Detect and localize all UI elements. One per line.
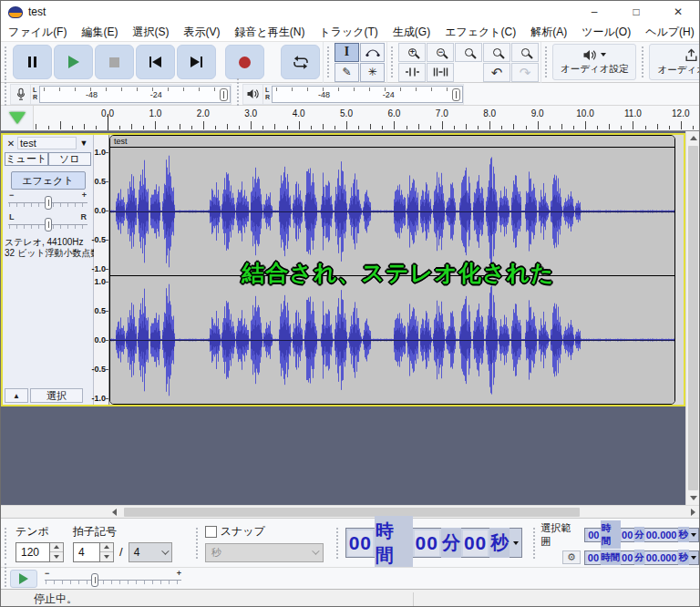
record-meter[interactable]: LR -48 -24 <box>10 84 232 105</box>
time-segment[interactable]: 00 <box>348 530 373 556</box>
gain-slider-thumb[interactable] <box>45 196 52 210</box>
edit-toolbar-grip[interactable] <box>389 45 395 79</box>
minimize-button[interactable]: – <box>573 1 615 23</box>
effects-button[interactable]: エフェクト <box>11 171 86 190</box>
pan-slider[interactable]: LR <box>8 213 88 233</box>
timeline[interactable]: 0.01.02.03.04.05.06.07.08.09.010.011.012… <box>1 106 699 131</box>
loop-region-panel[interactable] <box>1 106 34 130</box>
track-area[interactable]: ✕ test ▼ ミュート ソロ エフェクト −+ LR <box>1 131 699 505</box>
menu-tools[interactable]: ツール(O) <box>574 23 638 42</box>
selection-tool-button[interactable]: I <box>335 43 359 62</box>
menu-edit[interactable]: 編集(E) <box>74 23 125 42</box>
time-segment[interactable]: 00 <box>587 551 599 564</box>
selection-end-display[interactable]: 00時間00分00.000秒 <box>584 550 699 565</box>
skip-to-end-button[interactable] <box>177 45 216 79</box>
waveform-area[interactable]: test 結合され、ステレオ化された <box>109 135 684 405</box>
track-name[interactable]: test <box>17 137 77 149</box>
time-segment[interactable]: 分 <box>634 527 645 542</box>
fit-project-button[interactable] <box>483 43 510 62</box>
time-signature-upper-input[interactable]: 4 <box>73 542 100 562</box>
share-audio-toolbar-grip[interactable] <box>640 45 645 79</box>
pause-button[interactable] <box>13 45 52 79</box>
record-meter-button[interactable] <box>11 85 31 104</box>
collapse-track-button[interactable]: ▲ <box>5 388 28 403</box>
menu-analyze[interactable]: 解析(A) <box>523 23 574 42</box>
horizontal-scrollbar-thumb[interactable] <box>124 508 580 517</box>
menu-view[interactable]: 表示(V) <box>176 23 227 42</box>
trim-outside-selection-button[interactable] <box>398 63 426 82</box>
time-signature-grip[interactable] <box>3 526 8 561</box>
play-at-speed-button[interactable] <box>10 570 37 588</box>
record-gain-slider-thumb[interactable] <box>220 88 228 101</box>
play-meter-button[interactable] <box>243 85 263 104</box>
scroll-left-button[interactable] <box>108 506 121 519</box>
time-display-grip[interactable] <box>335 526 340 561</box>
audio-setup-toolbar-grip[interactable] <box>543 45 549 79</box>
scroll-right-button[interactable] <box>686 506 700 519</box>
time-segment[interactable]: 00.000 <box>645 529 677 541</box>
silence-selection-button[interactable] <box>427 63 454 82</box>
track-menu-dropdown-icon[interactable]: ▼ <box>77 139 91 148</box>
draw-tool-button[interactable]: ✎ <box>335 63 359 82</box>
tempo-input[interactable]: 120 <box>15 542 50 562</box>
menu-select[interactable]: 選択(S) <box>125 23 176 42</box>
record-meter-scale[interactable]: -48 -24 <box>39 86 231 103</box>
snap-checkbox[interactable] <box>205 526 217 538</box>
loop-button[interactable] <box>281 45 320 79</box>
vertical-scrollbar-thumb[interactable] <box>688 146 698 490</box>
play-meter-scale[interactable]: -48 -24 <box>272 86 463 103</box>
close-button[interactable]: ✕ <box>657 1 699 23</box>
skip-to-start-button[interactable] <box>136 45 175 79</box>
stop-button[interactable] <box>95 45 134 79</box>
time-segment[interactable]: 時間 <box>601 550 621 565</box>
speed-slider-thumb[interactable] <box>91 573 98 587</box>
selection-start-display[interactable]: 00時間00分00.000秒 <box>584 528 699 542</box>
zoom-toggle-button[interactable] <box>511 43 539 62</box>
play-meter[interactable]: LR -48 -24 <box>242 84 464 105</box>
record-button[interactable] <box>225 45 264 79</box>
play-region-pin-icon[interactable] <box>9 112 26 124</box>
fit-selection-button[interactable] <box>455 43 482 62</box>
time-segment[interactable]: 分 <box>634 550 645 565</box>
redo-button[interactable]: ↷ <box>511 63 539 82</box>
playback-speed-slider[interactable]: −+ <box>45 570 181 588</box>
play-volume-slider-thumb[interactable] <box>452 88 460 101</box>
undo-button[interactable]: ↶ <box>483 63 510 82</box>
snap-grip[interactable] <box>194 526 200 561</box>
gain-slider[interactable]: −+ <box>8 191 88 211</box>
scroll-down-button[interactable] <box>686 491 700 505</box>
select-track-button[interactable]: 選択 <box>30 388 83 403</box>
time-segment[interactable]: 00 <box>415 530 439 556</box>
tools-toolbar-grip[interactable] <box>325 45 331 79</box>
menu-file[interactable]: ファイル(F) <box>1 23 74 42</box>
time-segment[interactable]: 時間 <box>375 516 413 571</box>
maximize-button[interactable]: □ <box>615 1 657 23</box>
time-signature-spinner[interactable] <box>100 542 114 562</box>
time-segment[interactable]: 00 <box>588 529 600 541</box>
clip-title[interactable]: test <box>110 136 674 148</box>
horizontal-scrollbar[interactable] <box>1 505 700 518</box>
time-segment[interactable]: 秒 <box>678 527 689 542</box>
tempo-spinner[interactable] <box>50 542 64 562</box>
play-button[interactable] <box>54 45 93 79</box>
envelope-tool-button[interactable] <box>360 43 385 62</box>
zoom-out-button[interactable]: − <box>427 43 454 62</box>
share-audio-button[interactable]: オーディオ共有 <box>649 44 700 80</box>
transport-toolbar-grip[interactable] <box>3 45 8 79</box>
timeline-ruler[interactable]: 0.01.02.03.04.05.06.07.08.09.010.011.012… <box>34 106 699 130</box>
selection-end-dropdown-icon[interactable] <box>691 556 696 560</box>
time-segment[interactable]: 00 <box>463 530 488 556</box>
time-segment[interactable]: 00 <box>622 551 633 564</box>
time-format-dropdown-icon[interactable] <box>513 541 519 545</box>
menu-generate[interactable]: 生成(G) <box>386 23 438 42</box>
selection-options-button[interactable]: ⚙ <box>562 550 581 564</box>
time-segment[interactable]: 分 <box>441 528 461 558</box>
menu-help[interactable]: ヘルプ(H) <box>638 23 700 42</box>
menu-effect[interactable]: エフェクト(C) <box>438 23 523 42</box>
menu-tracks[interactable]: トラック(T) <box>312 23 385 42</box>
time-signature-lower-select[interactable]: 4 <box>129 542 172 562</box>
audio-position-display[interactable]: 00時間00分00秒 <box>345 528 523 558</box>
snap-mode-select[interactable]: 秒 <box>205 543 324 562</box>
track-close-button[interactable]: ✕ <box>5 137 17 149</box>
solo-button[interactable]: ソロ <box>48 152 92 166</box>
